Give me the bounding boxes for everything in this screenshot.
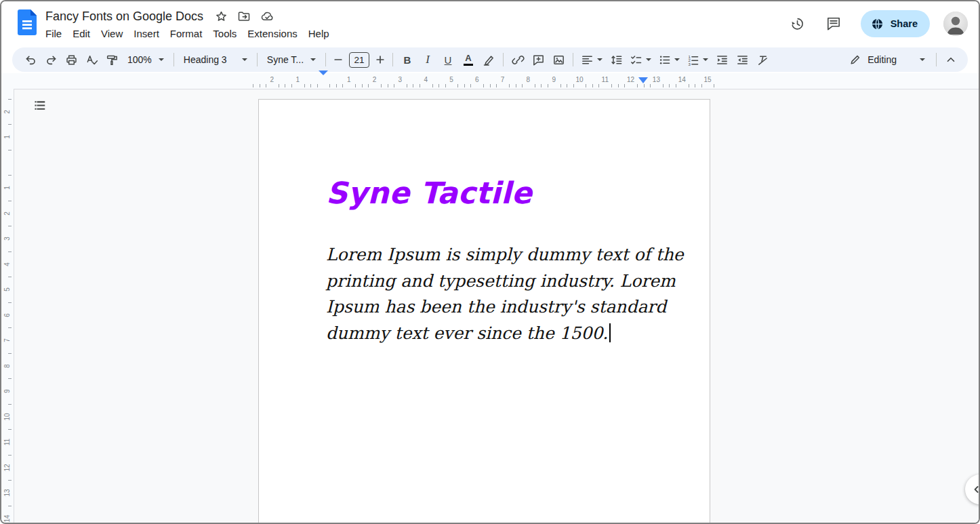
insert-image-button[interactable] — [548, 50, 569, 69]
italic-button[interactable]: I — [417, 50, 438, 69]
v-ruler-tick — [8, 353, 12, 354]
v-ruler-tick — [8, 150, 12, 150]
add-comment-button[interactable] — [528, 50, 548, 69]
h-ruler-tick — [342, 84, 343, 87]
document-title[interactable]: Fancy Fonts on Google Docs — [45, 9, 203, 24]
v-ruler-number: 8 — [3, 364, 11, 368]
document-status-button[interactable] — [259, 8, 275, 24]
body-line: printing and typesetting industry. Lorem — [326, 268, 684, 295]
highlighter-icon — [483, 54, 495, 66]
print-button[interactable] — [61, 50, 81, 69]
h-ruler-tick — [644, 84, 645, 87]
menu-format[interactable]: Format — [165, 26, 208, 41]
chevron-down-icon — [159, 58, 164, 61]
bold-button[interactable]: B — [397, 50, 417, 69]
hide-menus-button[interactable] — [941, 50, 961, 69]
menu-insert[interactable]: Insert — [128, 26, 165, 41]
bulleted-list-icon — [658, 54, 671, 66]
zoom-select[interactable]: 100% — [122, 50, 169, 69]
header-actions: Share — [783, 10, 968, 37]
increase-indent-button[interactable] — [732, 50, 752, 69]
left-indent-marker[interactable] — [319, 75, 328, 87]
spellcheck-button[interactable] — [81, 50, 102, 69]
left-indent-icon[interactable] — [319, 70, 328, 87]
comments-button[interactable] — [820, 10, 847, 37]
menu-view[interactable]: View — [96, 26, 128, 41]
show-outline-button[interactable] — [33, 98, 46, 112]
menu-extensions[interactable]: Extensions — [242, 26, 302, 41]
chevron-left-icon — [971, 484, 980, 495]
v-ruler-number: 5 — [3, 287, 11, 291]
h-ruler-number: 2 — [373, 76, 377, 83]
share-button[interactable]: Share — [861, 10, 930, 37]
version-history-icon — [789, 16, 805, 32]
v-ruler-number: 6 — [3, 313, 11, 317]
menu-tools[interactable]: Tools — [207, 26, 242, 41]
move-button[interactable] — [236, 8, 252, 24]
chevron-down-icon — [646, 58, 651, 61]
paragraph-style-select[interactable]: Heading 3 — [178, 50, 253, 69]
v-ruler-number: 11 — [3, 439, 11, 445]
h-ruler-number: 11 — [602, 76, 609, 83]
numbered-list-select[interactable]: 1 2 3 — [683, 50, 712, 69]
plus-icon — [375, 54, 386, 65]
v-ruler-tick — [8, 404, 12, 405]
v-ruler-tick — [8, 378, 12, 379]
h-ruler-tick — [650, 84, 651, 87]
globe-icon — [870, 17, 884, 31]
checklist-select[interactable] — [626, 50, 655, 69]
bulleted-list-select[interactable] — [655, 50, 683, 69]
font-size-input[interactable]: 21 — [349, 52, 369, 68]
insert-link-button[interactable] — [508, 50, 528, 69]
h-ruler-tick — [329, 84, 330, 87]
v-ruler-tick — [8, 277, 12, 277]
document-canvas[interactable]: Syne Tactile Lorem Ipsum is simply dummy… — [14, 89, 979, 523]
clear-formatting-button[interactable] — [752, 50, 773, 69]
menu-help[interactable]: Help — [303, 26, 335, 41]
redo-button[interactable] — [41, 50, 61, 69]
menubar: File Edit View Insert Format Tools Exten… — [40, 24, 783, 42]
v-ruler-tick — [8, 226, 12, 226]
h-ruler-tick — [445, 84, 446, 87]
h-ruler-tick — [355, 84, 356, 87]
increase-font-size-button[interactable] — [372, 50, 388, 69]
v-ruler-number: 9 — [3, 389, 11, 393]
google-docs-logo-icon[interactable] — [18, 9, 37, 35]
insert-image-icon — [552, 54, 565, 66]
undo-button[interactable] — [20, 50, 41, 69]
paint-format-button[interactable] — [102, 50, 122, 69]
align-select[interactable] — [577, 50, 606, 69]
document-heading[interactable]: Syne Tactile — [326, 176, 532, 210]
version-history-button[interactable] — [783, 10, 811, 37]
h-ruler-tick — [618, 84, 619, 87]
vertical-ruler[interactable]: 211234567891011121314 — [1, 73, 14, 523]
decrease-font-size-button[interactable] — [330, 50, 346, 69]
editing-mode-select[interactable]: Editing — [842, 50, 932, 69]
menu-file[interactable]: File — [40, 26, 67, 41]
right-indent-marker[interactable] — [638, 77, 648, 83]
cloud-saved-icon — [260, 9, 274, 24]
avatar-photo-icon — [943, 12, 968, 36]
star-icon — [215, 10, 228, 23]
text-color-button[interactable]: A — [458, 50, 478, 69]
line-spacing-button[interactable] — [606, 50, 626, 69]
horizontal-ruler[interactable]: 21123456789101112131415 — [14, 73, 979, 89]
toolbar-row: 100% Heading 3 Syne T... 21 — [1, 46, 979, 73]
v-ruler-number: 1 — [3, 135, 11, 139]
toolbar-divider — [936, 53, 937, 66]
font-select[interactable]: Syne T... — [262, 50, 321, 69]
h-ruler-tick — [285, 84, 285, 87]
v-ruler-tick — [8, 99, 12, 100]
highlight-color-button[interactable] — [478, 50, 499, 69]
menu-edit[interactable]: Edit — [67, 26, 96, 41]
decrease-indent-button[interactable] — [712, 50, 732, 69]
user-avatar[interactable] — [943, 12, 968, 36]
print-icon — [65, 54, 78, 66]
h-ruler-tick — [586, 84, 586, 87]
underline-button[interactable]: U — [438, 50, 458, 69]
document-body[interactable]: Lorem Ipsum is simply dummy text of the … — [326, 242, 684, 347]
h-ruler-tick — [470, 84, 471, 87]
v-ruler-number: 2 — [3, 110, 11, 114]
document-page[interactable]: Syne Tactile Lorem Ipsum is simply dummy… — [258, 99, 710, 523]
star-button[interactable] — [213, 8, 229, 24]
